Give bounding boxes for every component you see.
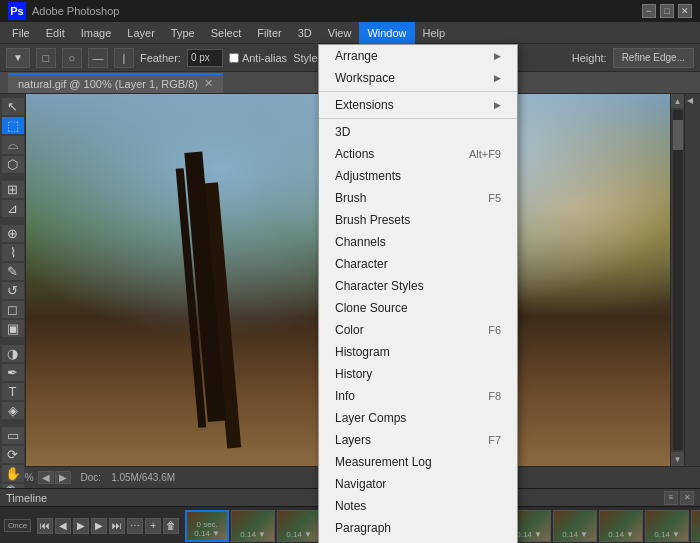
hand-tool[interactable]: ✋: [2, 465, 24, 482]
menu-measurement-log[interactable]: Measurement Log: [319, 451, 517, 473]
move-tool[interactable]: ↖: [2, 98, 24, 115]
marquee-tool[interactable]: ⬚: [2, 117, 24, 134]
gradient-tool[interactable]: ▣: [2, 320, 24, 337]
rectangle-tool[interactable]: ▭: [2, 427, 24, 444]
scroll-thumb[interactable]: [673, 120, 683, 150]
next-frame-btn[interactable]: ▶: [91, 518, 107, 534]
menu-paragraph[interactable]: Paragraph: [319, 517, 517, 539]
menu-arrange-label: Arrange: [335, 49, 378, 63]
menu-brush[interactable]: Brush F5: [319, 187, 517, 209]
healing-tool[interactable]: ⊕: [2, 225, 24, 242]
first-frame-btn[interactable]: ⏮: [37, 518, 53, 534]
doc-tab-close[interactable]: ✕: [204, 77, 213, 90]
menu-3d[interactable]: 3D: [290, 22, 320, 44]
refine-edge-button[interactable]: Refine Edge...: [613, 48, 694, 68]
menu-brush-presets[interactable]: Brush Presets: [319, 209, 517, 231]
right-panel: ◀: [684, 94, 700, 466]
scroll-down-arrow[interactable]: ▼: [671, 452, 685, 466]
history-brush[interactable]: ↺: [2, 282, 24, 299]
menu-layer[interactable]: Layer: [119, 22, 163, 44]
clone-tool[interactable]: ✎: [2, 263, 24, 280]
app-title: Adobe Photoshop: [32, 5, 119, 17]
delete-frame-btn[interactable]: 🗑: [163, 518, 179, 534]
menu-histogram[interactable]: Histogram: [319, 341, 517, 363]
brush-tool[interactable]: ⌇: [2, 244, 24, 261]
menu-actions[interactable]: Actions Alt+F9: [319, 143, 517, 165]
ps-logo: Ps: [8, 2, 26, 20]
crop-tool[interactable]: ⊞: [2, 181, 24, 198]
frame-3[interactable]: 0.14 ▼: [277, 510, 321, 542]
eraser-tool[interactable]: ◻: [2, 301, 24, 318]
marquee-circle-icon: ○: [62, 48, 82, 68]
menu-file[interactable]: File: [4, 22, 38, 44]
scroll-up-arrow[interactable]: ▲: [671, 94, 685, 108]
menu-3d[interactable]: 3D: [319, 121, 517, 143]
eyedropper-tool[interactable]: ⊿: [2, 200, 24, 217]
menu-layers[interactable]: Layers F7: [319, 429, 517, 451]
document-tab[interactable]: natural.gif @ 100% (Layer 1, RGB/8) ✕: [8, 73, 223, 93]
menu-character[interactable]: Character: [319, 253, 517, 275]
frame-10[interactable]: 0.14 ▼: [599, 510, 643, 542]
menu-channels[interactable]: Channels: [319, 231, 517, 253]
menu-adjustments[interactable]: Adjustments: [319, 165, 517, 187]
menu-type[interactable]: Type: [163, 22, 203, 44]
minimize-button[interactable]: −: [642, 4, 656, 18]
anti-alias-check[interactable]: Anti-alias: [229, 52, 287, 64]
text-tool[interactable]: T: [2, 383, 24, 400]
window-menu[interactable]: Arrange Workspace Extensions 3D Actions …: [318, 44, 518, 543]
menu-info[interactable]: Info F8: [319, 385, 517, 407]
play-btn[interactable]: ▶: [73, 518, 89, 534]
tween-btn[interactable]: ⋯: [127, 518, 143, 534]
frame-9[interactable]: 0.14 ▼: [553, 510, 597, 542]
menu-navigator[interactable]: Navigator: [319, 473, 517, 495]
scroll-track[interactable]: [673, 110, 683, 450]
menu-layer-comps[interactable]: Layer Comps: [319, 407, 517, 429]
frame-11[interactable]: 0.14 ▼: [645, 510, 689, 542]
menu-extensions[interactable]: Extensions: [319, 94, 517, 116]
add-frame-btn[interactable]: +: [145, 518, 161, 534]
frame-1[interactable]: 0 sec. 0.14 ▼: [185, 510, 229, 542]
timeline-close-btn[interactable]: ✕: [680, 491, 694, 505]
frame-12[interactable]: 0.14 ▼: [691, 510, 700, 542]
timeline-menu-btn[interactable]: ≡: [664, 491, 678, 505]
frame-2-duration: 0.14 ▼: [240, 530, 266, 539]
menu-arrange[interactable]: Arrange: [319, 45, 517, 67]
tool-preset-btn[interactable]: ▼: [6, 48, 30, 68]
menu-filter[interactable]: Filter: [249, 22, 289, 44]
menu-history[interactable]: History: [319, 363, 517, 385]
nav-left-btn[interactable]: ◀: [38, 471, 54, 484]
nav-right-btn[interactable]: ▶: [55, 471, 71, 484]
menu-window[interactable]: Window: [359, 22, 414, 44]
dodge-tool[interactable]: ◑: [2, 345, 24, 362]
feather-input[interactable]: [187, 49, 223, 67]
panel-collapse-btn[interactable]: ◀: [687, 96, 699, 108]
menu-notes[interactable]: Notes: [319, 495, 517, 517]
frame-11-duration: 0.14 ▼: [654, 530, 680, 539]
menu-view[interactable]: View: [320, 22, 360, 44]
menu-image[interactable]: Image: [73, 22, 120, 44]
menu-clone-source[interactable]: Clone Source: [319, 297, 517, 319]
height-label: Height:: [572, 52, 607, 64]
menu-paragraph-styles[interactable]: Paragraph Styles: [319, 539, 517, 543]
menu-select[interactable]: Select: [203, 22, 250, 44]
maximize-button[interactable]: □: [660, 4, 674, 18]
prev-frame-btn[interactable]: ◀: [55, 518, 71, 534]
frame-1-time: 0 sec.: [196, 520, 217, 529]
3d-rotate[interactable]: ⟳: [2, 446, 24, 463]
menu-character-styles[interactable]: Character Styles: [319, 275, 517, 297]
marquee-row-icon: —: [88, 48, 108, 68]
last-frame-btn[interactable]: ⏭: [109, 518, 125, 534]
menu-workspace[interactable]: Workspace: [319, 67, 517, 89]
quick-select-tool[interactable]: ⬡: [2, 156, 24, 173]
canvas-scrollbar[interactable]: ▲ ▼: [670, 94, 684, 466]
pen-tool[interactable]: ✒: [2, 364, 24, 381]
menu-help[interactable]: Help: [415, 22, 454, 44]
close-button[interactable]: ✕: [678, 4, 692, 18]
menu-edit[interactable]: Edit: [38, 22, 73, 44]
path-selection[interactable]: ◈: [2, 402, 24, 419]
frame-2[interactable]: 0.14 ▼: [231, 510, 275, 542]
frame-8-duration: 0.14 ▼: [516, 530, 542, 539]
menu-color[interactable]: Color F6: [319, 319, 517, 341]
loop-select[interactable]: Once: [4, 519, 31, 532]
lasso-tool[interactable]: ⌓: [2, 136, 24, 154]
